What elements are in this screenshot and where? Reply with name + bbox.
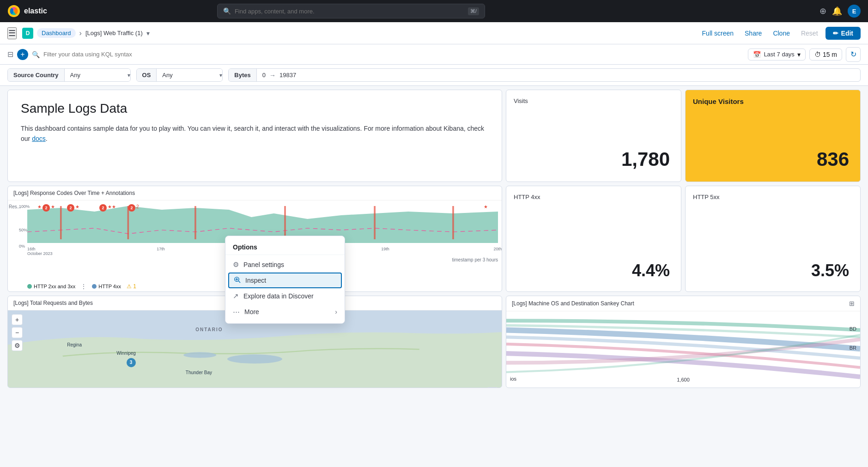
more-label: More (244, 308, 259, 315)
more-menu-item[interactable]: ⋯ More › (225, 304, 345, 320)
explore-discover-label: Explore data in Discover (243, 292, 314, 300)
explore-discover-menu-item[interactable]: ↗ Explore data in Discover (225, 288, 345, 304)
panel-settings-label: Panel settings (243, 261, 284, 268)
panel-settings-menu-item[interactable]: ⚙ Panel settings (225, 257, 345, 273)
options-menu-title: Options (225, 240, 345, 255)
gear-icon: ⚙ (233, 261, 239, 269)
options-menu: Options ⚙ Panel settings Inspect ↗ Explo… (225, 236, 345, 324)
menu-overlay[interactable] (0, 0, 868, 392)
inspect-menu-item[interactable]: Inspect (228, 273, 342, 288)
svg-line-15 (238, 281, 240, 283)
inspect-icon (234, 276, 241, 285)
more-icon: ⋯ (233, 308, 240, 316)
inspect-label: Inspect (245, 277, 266, 284)
external-link-icon: ↗ (233, 292, 239, 300)
more-arrow-icon: › (335, 308, 337, 315)
